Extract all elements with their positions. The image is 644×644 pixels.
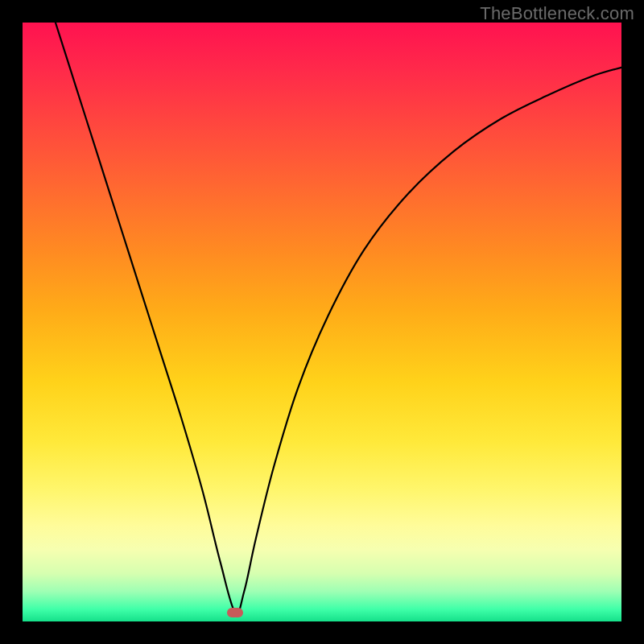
chart-frame: TheBottleneck.com	[0, 0, 644, 644]
plot-area	[23, 23, 621, 621]
watermark-text: TheBottleneck.com	[480, 3, 634, 24]
minimum-marker	[227, 608, 243, 617]
bottleneck-curve	[56, 23, 621, 613]
curve-svg	[23, 23, 621, 621]
